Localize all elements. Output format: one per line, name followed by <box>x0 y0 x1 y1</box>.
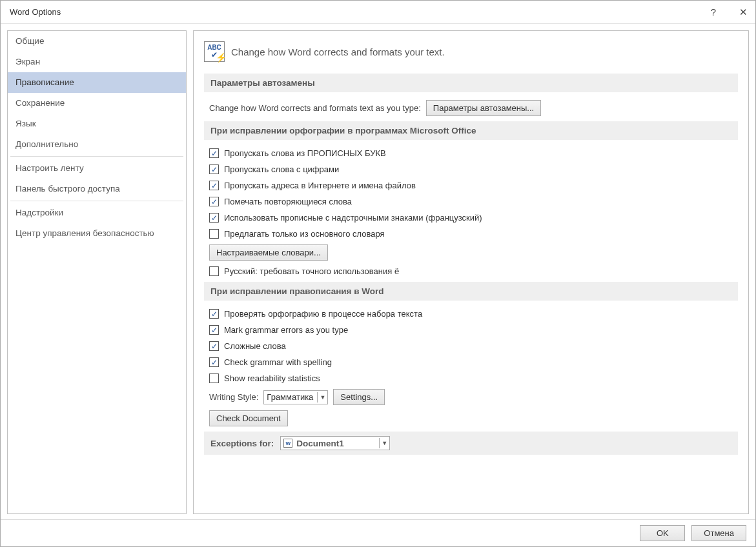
window-title: Word Options <box>10 7 61 17</box>
sidebar-item-advanced[interactable]: Дополнительно <box>8 134 186 155</box>
label-ignore-uppercase: Пропускать слова из ПРОПИСНЫХ БУКВ <box>224 148 386 158</box>
close-icon[interactable]: ✕ <box>736 6 750 18</box>
checkbox-main-dict-only[interactable] <box>209 229 219 239</box>
section-spell-word-title: При исправлении правописания в Word <box>204 282 738 301</box>
sidebar-item-save[interactable]: Сохранение <box>8 93 186 114</box>
label-flag-repeats: Помечать повторяющиеся слова <box>224 197 352 206</box>
section-autocorrect-title: Параметры автозамены <box>204 74 738 92</box>
sidebar-item-customize-ribbon[interactable]: Настроить ленту <box>8 158 186 179</box>
sidebar: Общие Экран Правописание Сохранение Язык… <box>7 30 187 514</box>
sidebar-item-proofing[interactable]: Правописание <box>8 72 186 93</box>
section-exceptions: Exceptions for: W Document1 ▼ <box>204 432 738 455</box>
writing-style-label: Writing Style: <box>209 392 258 402</box>
checkbox-check-spelling[interactable] <box>209 309 219 319</box>
sidebar-item-display[interactable]: Экран <box>8 52 186 72</box>
label-mark-grammar: Mark grammar errors as you type <box>224 325 348 335</box>
exceptions-label: Exceptions for: <box>210 439 274 448</box>
checkbox-mark-grammar[interactable] <box>209 325 219 335</box>
sidebar-item-language[interactable]: Язык <box>8 114 186 134</box>
checkbox-ignore-urls[interactable] <box>209 181 219 190</box>
label-grammar-with-spelling: Check grammar with spelling <box>224 357 332 367</box>
writing-style-select[interactable]: Грамматика ▼ <box>263 390 328 404</box>
label-french-accents: Использовать прописные с надстрочными зн… <box>224 213 482 223</box>
autocorrect-descr: Change how Word corrects and formats tex… <box>209 103 421 113</box>
checkbox-ignore-numbers[interactable] <box>209 164 219 174</box>
checkbox-grammar-with-spelling[interactable] <box>209 357 219 367</box>
checkbox-flag-repeats[interactable] <box>209 197 219 206</box>
sidebar-item-addins[interactable]: Надстройки <box>8 203 186 223</box>
label-compound-words: Сложные слова <box>224 341 286 351</box>
dialog-footer: OK Отмена <box>1 519 755 546</box>
sidebar-item-general[interactable]: Общие <box>8 31 186 52</box>
chevron-down-icon: ▼ <box>379 438 387 448</box>
title-bar: Word Options ? ✕ <box>1 1 755 24</box>
main-panel: ABC✔⚡ Change how Word corrects and forma… <box>193 30 749 514</box>
proofing-icon: ABC✔⚡ <box>204 41 225 62</box>
sidebar-item-qat[interactable]: Панель быстрого доступа <box>8 179 186 199</box>
checkbox-readability[interactable] <box>209 373 219 383</box>
label-main-dict-only: Предлагать только из основного словаря <box>224 229 385 239</box>
section-spell-office-title: При исправлении орфографии в программах … <box>204 121 738 140</box>
label-readability: Show readability statistics <box>224 373 320 383</box>
checkbox-french-accents[interactable] <box>209 213 219 223</box>
grammar-settings-button[interactable]: Settings... <box>333 389 385 405</box>
help-icon[interactable]: ? <box>706 6 720 17</box>
ok-button[interactable]: OK <box>640 525 685 541</box>
chevron-down-icon: ▼ <box>317 392 325 403</box>
cancel-button[interactable]: Отмена <box>691 525 746 541</box>
exceptions-document-select[interactable]: W Document1 ▼ <box>280 436 390 450</box>
label-ignore-numbers: Пропускать слова с цифрами <box>224 164 339 174</box>
autocorrect-options-button[interactable]: Параметры автозамены... <box>426 100 541 116</box>
page-header: Change how Word corrects and formats you… <box>231 46 445 57</box>
sidebar-item-trust-center[interactable]: Центр управления безопасностью <box>8 223 186 244</box>
document-icon: W <box>283 439 292 448</box>
check-document-button[interactable]: Check Document <box>209 410 288 426</box>
checkbox-russian-yo[interactable] <box>209 266 219 276</box>
custom-dictionaries-button[interactable]: Настраиваемые словари... <box>209 244 328 261</box>
checkbox-compound-words[interactable] <box>209 341 219 351</box>
exceptions-document-value: Document1 <box>296 439 375 448</box>
checkbox-ignore-uppercase[interactable] <box>209 148 219 158</box>
writing-style-value: Грамматика <box>267 392 313 402</box>
label-russian-yo: Русский: требовать точного использования… <box>224 266 399 276</box>
label-ignore-urls: Пропускать адреса в Интернете и имена фа… <box>224 181 416 190</box>
label-check-spelling: Проверять орфографию в процессе набора т… <box>224 309 422 319</box>
